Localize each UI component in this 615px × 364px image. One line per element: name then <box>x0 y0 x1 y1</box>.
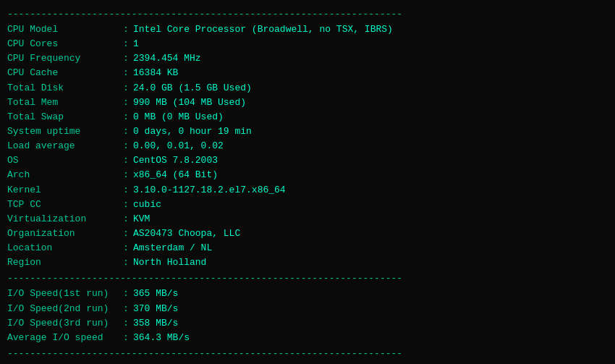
sep: : <box>123 37 133 51</box>
org-value: AS20473 Choopa, LLC <box>133 227 240 241</box>
io-run2-label: I/O Speed(2nd run) <box>7 302 123 316</box>
uptime-row: System uptime : 0 days, 0 hour 19 min <box>7 124 608 139</box>
sep: : <box>123 241 133 255</box>
sep: : <box>123 183 133 198</box>
os-row: OS : CentOS 7.8.2003 <box>7 153 608 168</box>
sep: : <box>123 302 133 316</box>
io-run1-label: I/O Speed(1st run) <box>7 287 123 301</box>
os-value: CentOS 7.8.2003 <box>133 153 218 168</box>
cpu-model-value: Intel Core Processor (Broadwell, no TSX,… <box>133 22 393 37</box>
cpu-cores-row: CPU Cores : 1 <box>7 37 608 51</box>
cpu-freq-value: 2394.454 MHz <box>133 51 201 66</box>
cpu-cores-label: CPU Cores <box>7 37 123 51</box>
total-disk-row: Total Disk : 24.0 GB (1.5 GB Used) <box>7 81 608 96</box>
total-swap-row: Total Swap : 0 MB (0 MB Used) <box>7 110 608 124</box>
kernel-label: Kernel <box>7 183 123 198</box>
total-mem-value: 990 MB (104 MB Used) <box>133 96 246 110</box>
sep: : <box>123 139 133 153</box>
sep: : <box>123 81 133 96</box>
sep: : <box>123 212 133 227</box>
cpu-cache-label: CPU Cache <box>7 66 123 80</box>
sep: : <box>123 287 133 301</box>
os-label: OS <box>7 153 123 168</box>
uptime-value: 0 days, 0 hour 19 min <box>133 124 252 139</box>
divider-net: ----------------------------------------… <box>7 348 608 359</box>
io-run2-row: I/O Speed(2nd run) : 370 MB/s <box>7 302 608 316</box>
arch-row: Arch : x86_64 (64 Bit) <box>7 168 608 182</box>
sep: : <box>123 316 133 331</box>
cpu-cache-value: 16384 KB <box>133 66 178 80</box>
io-run1-value: 365 MB/s <box>133 287 178 301</box>
io-avg-value: 364.3 MB/s <box>133 331 190 345</box>
uptime-label: System uptime <box>7 124 123 139</box>
sep: : <box>123 22 133 37</box>
sep: : <box>123 153 133 168</box>
tcp-label: TCP CC <box>7 198 123 212</box>
sep: : <box>123 66 133 80</box>
tcp-row: TCP CC : cubic <box>7 198 608 212</box>
sep: : <box>123 124 133 139</box>
virt-label: Virtualization <box>7 212 123 227</box>
cpu-freq-row: CPU Frequency : 2394.454 MHz <box>7 51 608 66</box>
sep: : <box>123 198 133 212</box>
load-label: Load average <box>7 139 123 153</box>
kernel-value: 3.10.0-1127.18.2.el7.x86_64 <box>133 183 286 198</box>
virt-row: Virtualization : KVM <box>7 212 608 227</box>
location-row: Location : Amsterdam / NL <box>7 241 608 255</box>
divider-io: ----------------------------------------… <box>7 273 608 284</box>
arch-label: Arch <box>7 168 123 182</box>
cpu-model-label: CPU Model <box>7 22 123 37</box>
arch-value: x86_64 (64 Bit) <box>133 168 218 182</box>
sep: : <box>123 110 133 124</box>
total-disk-value: 24.0 GB (1.5 GB Used) <box>133 81 252 96</box>
cpu-cores-value: 1 <box>133 37 139 51</box>
sep: : <box>123 255 133 270</box>
tcp-value: cubic <box>133 198 161 212</box>
region-row: Region : North Holland <box>7 255 608 270</box>
kernel-row: Kernel : 3.10.0-1127.18.2.el7.x86_64 <box>7 183 608 198</box>
load-value: 0.00, 0.01, 0.02 <box>133 139 224 153</box>
location-value: Amsterdam / NL <box>133 241 212 255</box>
sep: : <box>123 96 133 110</box>
location-label: Location <box>7 241 123 255</box>
io-run2-value: 370 MB/s <box>133 302 178 316</box>
io-avg-label: Average I/O speed <box>7 331 123 345</box>
sep: : <box>123 331 133 345</box>
sep: : <box>123 168 133 182</box>
cpu-cache-row: CPU Cache : 16384 KB <box>7 66 608 80</box>
io-run3-value: 358 MB/s <box>133 316 178 331</box>
total-mem-label: Total Mem <box>7 96 123 110</box>
region-value: North Holland <box>133 255 206 270</box>
total-swap-value: 0 MB (0 MB Used) <box>133 110 224 124</box>
sep: : <box>123 227 133 241</box>
divider-top: ----------------------------------------… <box>7 9 608 20</box>
load-row: Load average : 0.00, 0.01, 0.02 <box>7 139 608 153</box>
io-run3-row: I/O Speed(3rd run) : 358 MB/s <box>7 316 608 331</box>
cpu-freq-label: CPU Frequency <box>7 51 123 66</box>
sep: : <box>123 51 133 66</box>
cpu-model-row: CPU Model : Intel Core Processor (Broadw… <box>7 22 608 37</box>
io-run1-row: I/O Speed(1st run) : 365 MB/s <box>7 287 608 301</box>
total-mem-row: Total Mem : 990 MB (104 MB Used) <box>7 96 608 110</box>
org-row: Organization : AS20473 Choopa, LLC <box>7 227 608 241</box>
io-avg-row: Average I/O speed : 364.3 MB/s <box>7 331 608 345</box>
virt-value: KVM <box>133 212 150 227</box>
total-swap-label: Total Swap <box>7 110 123 124</box>
total-disk-label: Total Disk <box>7 81 123 96</box>
region-label: Region <box>7 255 123 270</box>
io-run3-label: I/O Speed(3rd run) <box>7 316 123 331</box>
org-label: Organization <box>7 227 123 241</box>
